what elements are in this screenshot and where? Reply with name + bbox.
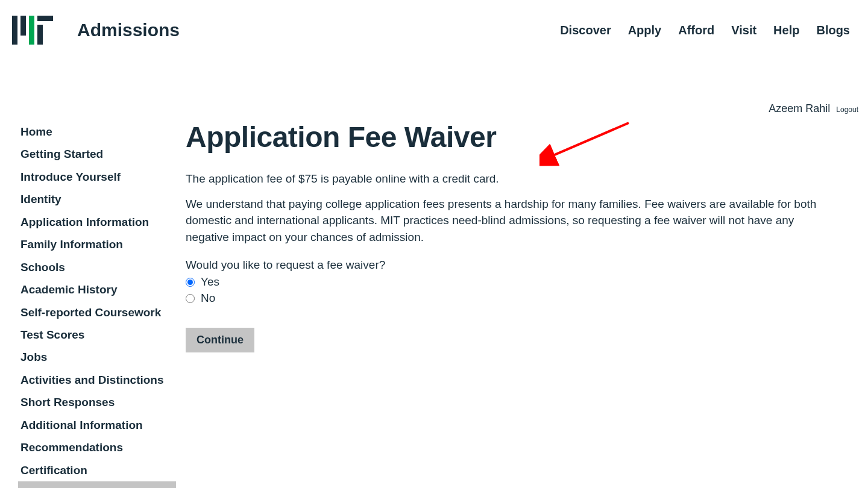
user-bar: Azeem Rahil Logout (769, 102, 858, 115)
site-header: Admissions Discover Apply Afford Visit H… (0, 0, 868, 60)
svg-rect-2 (29, 16, 34, 45)
sidebar-item-schools[interactable]: Schools (18, 256, 176, 278)
sidebar-item-home[interactable]: Home (18, 120, 176, 143)
sidebar-item-certification[interactable]: Certification (18, 459, 176, 481)
sidebar-item-short-responses[interactable]: Short Responses (18, 391, 176, 413)
mit-logo-icon (12, 16, 53, 45)
nav-apply[interactable]: Apply (628, 23, 662, 37)
radio-no-label: No (201, 290, 215, 307)
sidebar-item-recommendations[interactable]: Recommendations (18, 436, 176, 458)
radio-row-no[interactable]: No (186, 290, 839, 307)
radio-row-yes[interactable]: Yes (186, 274, 839, 290)
sidebar-item-additional-information[interactable]: Additional Information (18, 414, 176, 436)
top-nav: Discover Apply Afford Visit Help Blogs (560, 23, 856, 37)
svg-rect-1 (20, 16, 26, 36)
svg-rect-3 (37, 25, 43, 45)
sidebar-item-application-information[interactable]: Application Information (18, 211, 176, 233)
fee-waiver-question: Would you like to request a fee waiver? (186, 258, 839, 272)
sidebar: Home Getting Started Introduce Yourself … (0, 120, 176, 488)
sidebar-item-activities-and-distinctions[interactable]: Activities and Distinctions (18, 369, 176, 391)
radio-yes[interactable] (186, 278, 195, 287)
nav-help[interactable]: Help (773, 23, 799, 37)
sidebar-item-fee-waiver-request[interactable]: Fee Waiver Request (18, 481, 176, 488)
sidebar-item-identity[interactable]: Identity (18, 188, 176, 210)
sidebar-item-self-reported-coursework[interactable]: Self-reported Coursework (18, 301, 176, 324)
intro-waiver-policy: We understand that paying college applic… (186, 196, 839, 246)
continue-button[interactable]: Continue (186, 328, 254, 352)
page-title: Application Fee Waiver (186, 120, 839, 154)
intro-fee-line: The application fee of $75 is payable on… (186, 170, 839, 187)
nav-afford[interactable]: Afford (678, 23, 714, 37)
sidebar-item-family-information[interactable]: Family Information (18, 233, 176, 255)
sidebar-item-getting-started[interactable]: Getting Started (18, 143, 176, 165)
nav-visit[interactable]: Visit (731, 23, 756, 37)
logout-link[interactable]: Logout (836, 105, 858, 114)
main-content: Application Fee Waiver The application f… (176, 120, 851, 488)
nav-blogs[interactable]: Blogs (816, 23, 850, 37)
site-title: Admissions (77, 20, 180, 40)
svg-rect-0 (12, 16, 17, 45)
radio-yes-label: Yes (201, 274, 219, 290)
sidebar-item-jobs[interactable]: Jobs (18, 346, 176, 368)
nav-discover[interactable]: Discover (560, 23, 611, 37)
sidebar-item-test-scores[interactable]: Test Scores (18, 324, 176, 346)
user-name: Azeem Rahil (769, 102, 830, 115)
header-left: Admissions (12, 16, 180, 45)
sidebar-item-introduce-yourself[interactable]: Introduce Yourself (18, 166, 176, 188)
sidebar-item-academic-history[interactable]: Academic History (18, 278, 176, 301)
radio-no[interactable] (186, 294, 195, 303)
svg-rect-4 (37, 16, 53, 21)
fee-waiver-question-block: Would you like to request a fee waiver? … (186, 258, 839, 306)
main-layout: Home Getting Started Introduce Yourself … (0, 60, 868, 488)
